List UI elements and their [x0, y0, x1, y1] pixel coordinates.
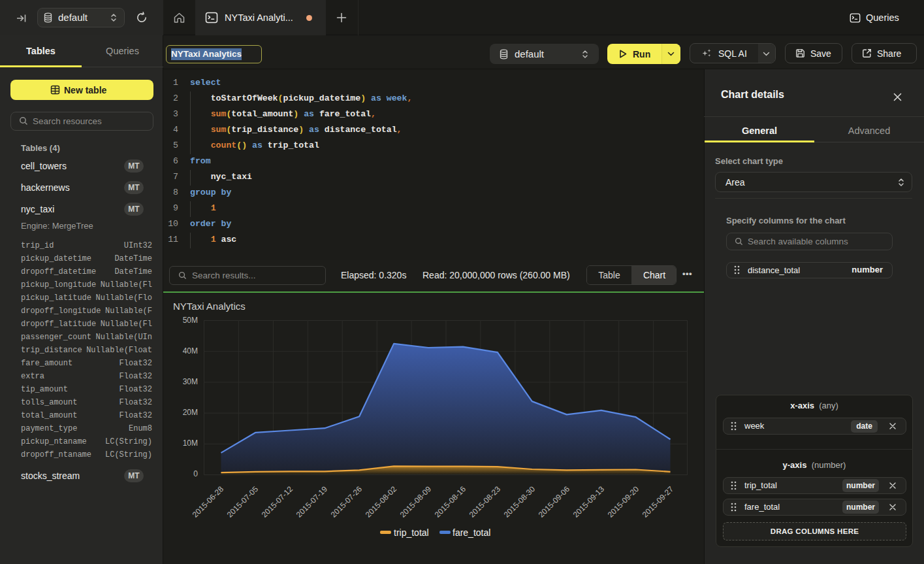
svg-text:fare_total: fare_total	[453, 527, 490, 538]
svg-text:2015-06-28: 2015-06-28	[191, 484, 226, 520]
svg-text:2015-08-16: 2015-08-16	[433, 484, 468, 520]
svg-text:0: 0	[193, 469, 198, 478]
svg-text:2015-07-19: 2015-07-19	[295, 484, 330, 520]
svg-text:2015-07-12: 2015-07-12	[260, 484, 295, 520]
svg-text:2015-07-05: 2015-07-05	[225, 484, 261, 520]
svg-text:2015-09-20: 2015-09-20	[606, 484, 641, 520]
svg-text:2015-08-23: 2015-08-23	[468, 484, 503, 520]
svg-text:2015-08-30: 2015-08-30	[502, 484, 537, 520]
svg-text:10M: 10M	[183, 439, 198, 448]
svg-text:50M: 50M	[183, 316, 198, 325]
svg-text:NYTaxi Analytics: NYTaxi Analytics	[173, 301, 246, 312]
svg-text:2015-09-06: 2015-09-06	[537, 484, 572, 520]
svg-text:30M: 30M	[183, 377, 198, 386]
svg-text:2015-07-26: 2015-07-26	[329, 484, 364, 520]
svg-text:2015-08-09: 2015-08-09	[398, 484, 434, 520]
svg-text:40M: 40M	[183, 346, 198, 356]
svg-text:2015-09-13: 2015-09-13	[571, 484, 607, 520]
svg-text:trip_total: trip_total	[394, 527, 429, 538]
svg-text:2015-08-02: 2015-08-02	[364, 484, 399, 520]
svg-text:20M: 20M	[183, 408, 198, 417]
svg-text:2015-09-27: 2015-09-27	[641, 484, 676, 520]
